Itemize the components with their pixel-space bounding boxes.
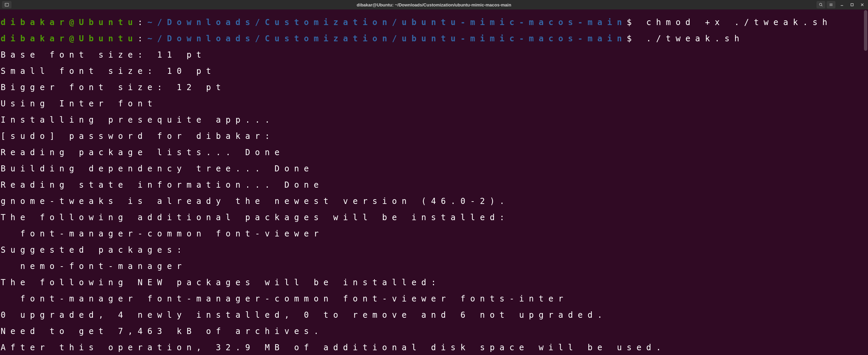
output-line: Installing presequite app... [0, 116, 868, 124]
prompt-colon: : [138, 18, 147, 27]
output-line: Reading package lists... Done [0, 148, 868, 156]
scrollbar-thumb[interactable] [864, 10, 867, 51]
prompt-dollar: $ [627, 18, 636, 27]
prompt-user-host: dibakar@Ubuntu [1, 34, 138, 43]
svg-line-2 [822, 5, 823, 6]
svg-rect-7 [851, 4, 853, 6]
output-line: font-manager-common font-viewer [0, 230, 868, 238]
command-2: ./tweak.sh [636, 34, 744, 43]
output-line: Suggested packages: [0, 246, 868, 254]
minimize-button[interactable] [838, 1, 846, 8]
output-line: 0 upgraded, 4 newly installed, 0 to remo… [0, 311, 868, 319]
hamburger-icon [829, 2, 833, 7]
prompt-line-2: dibakar@Ubuntu:~/Downloads/Customization… [0, 35, 868, 43]
search-icon [818, 2, 823, 7]
prompt-user-host: dibakar@Ubuntu [1, 18, 138, 27]
svg-point-1 [820, 3, 822, 6]
close-button[interactable] [859, 1, 866, 8]
minimize-icon [840, 2, 844, 7]
maximize-button[interactable] [848, 1, 856, 8]
output-line: Building dependency tree... Done [0, 165, 868, 173]
prompt-colon: : [138, 34, 147, 43]
output-line: [sudo] password for dibakar: [0, 132, 868, 140]
terminal-area[interactable]: dibakar@Ubuntu:~/Downloads/Customization… [0, 9, 868, 355]
output-line: Reading state information... Done [0, 181, 868, 189]
output-line: Base font size: 11 pt [0, 51, 868, 59]
window-title: dibakar@Ubuntu: ~/Downloads/Customizatio… [357, 2, 511, 7]
command-1: chmod +x ./tweak.sh [636, 18, 832, 27]
close-icon [860, 2, 865, 7]
output-line: The following NEW packages will be insta… [0, 278, 868, 287]
menu-button[interactable] [827, 1, 835, 8]
prompt-dollar: $ [627, 34, 636, 43]
maximize-icon [850, 2, 854, 7]
prompt-path: ~/Downloads/Customization/ubuntu-mimic-m… [147, 34, 627, 43]
window-titlebar: dibakar@Ubuntu: ~/Downloads/Customizatio… [0, 0, 868, 9]
new-tab-button[interactable] [2, 1, 12, 8]
output-line: Small font size: 10 pt [0, 67, 868, 75]
scrollbar[interactable] [863, 9, 868, 355]
output-line: Bigger font size: 12 pt [0, 83, 868, 91]
search-button[interactable] [816, 1, 825, 8]
titlebar-right [816, 1, 866, 8]
prompt-line-1: dibakar@Ubuntu:~/Downloads/Customization… [0, 18, 868, 26]
output-line: Using Inter font [0, 100, 868, 108]
svg-rect-0 [5, 3, 9, 6]
output-line: nemo-font-manager [0, 262, 868, 270]
output-line: font-manager font-manager-common font-vi… [0, 295, 868, 303]
output-line: The following additional packages will b… [0, 213, 868, 222]
titlebar-left [2, 1, 12, 8]
output-line: Need to get 7,463 kB of archives. [0, 327, 868, 335]
output-line: After this operation, 32.9 MB of additio… [0, 343, 868, 352]
prompt-path: ~/Downloads/Customization/ubuntu-mimic-m… [147, 18, 627, 27]
output-line: gnome-tweaks is already the newest versi… [0, 197, 868, 205]
terminal-icon [4, 2, 9, 7]
